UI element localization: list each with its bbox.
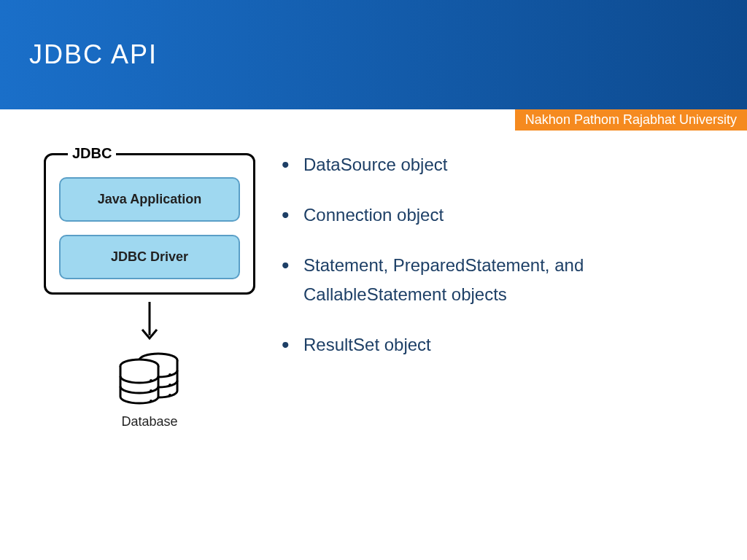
svg-point-4 (169, 394, 171, 397)
slide-title: JDBC API (29, 39, 158, 70)
list-item: Connection object (277, 201, 718, 230)
jdbc-diagram: JDBC Java Application JDBC Driver (44, 146, 255, 429)
list-item: ResultSet object (277, 330, 718, 360)
jdbc-driver-box: JDBC Driver (59, 235, 240, 279)
list-item: DataSource object (277, 150, 718, 180)
database-icon (113, 351, 186, 410)
svg-point-6 (150, 379, 152, 382)
slide-header: JDBC API (0, 0, 747, 109)
svg-point-8 (150, 400, 152, 402)
list-item: Statement, PreparedStatement, and Callab… (277, 251, 718, 311)
database-label: Database (44, 414, 255, 429)
svg-point-7 (150, 389, 152, 392)
svg-point-2 (169, 373, 171, 376)
java-application-box: Java Application (59, 177, 240, 222)
down-arrow-icon (44, 300, 255, 349)
slide-content: JDBC Java Application JDBC Driver (0, 109, 747, 429)
jdbc-group-box: JDBC Java Application JDBC Driver (44, 153, 255, 295)
jdbc-group-label: JDBC (68, 145, 116, 162)
university-banner: Nakhon Pathom Rajabhat University (515, 109, 747, 131)
svg-point-3 (169, 384, 171, 386)
bullet-list: DataSource object Connection object Stat… (277, 146, 718, 429)
